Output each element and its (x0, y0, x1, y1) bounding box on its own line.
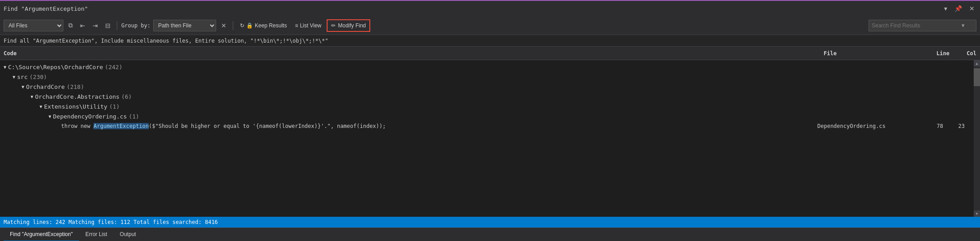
expand-all-button[interactable]: ⇥ (90, 20, 100, 31)
refresh-icon: ↻ (240, 22, 244, 29)
toolbar: All Files Current Document Current Proje… (0, 16, 980, 35)
table-row[interactable]: throw new ArgumentException($"Should be … (0, 121, 974, 131)
col-file-header: File (824, 50, 922, 57)
group-by-dropdown[interactable]: Path then File File then Path No Groupin… (153, 20, 216, 31)
modify-find-button[interactable]: ✏ Modify Find (327, 19, 370, 32)
results-container: ▼ C:\Source\Repos\OrchardCore (242) ▼ sr… (0, 60, 974, 217)
tree-root-label: C:\Source\Repos\OrchardCore (8, 64, 103, 70)
tab-output[interactable]: Output (114, 228, 142, 241)
col-col-header: Col (949, 50, 976, 57)
search-find-input[interactable] (869, 21, 959, 30)
separator-2 (233, 21, 233, 30)
scrollbar-area: ▼ C:\Source\Repos\OrchardCore (242) ▼ sr… (0, 60, 980, 217)
pencil-icon: ✏ (331, 22, 336, 29)
tree-src[interactable]: ▼ src (230) (0, 72, 974, 82)
tree-extensions-utility[interactable]: ▼ Extensions\Utility (1) (0, 101, 974, 111)
col-line-header: Line (922, 50, 949, 57)
result-col-cell: 23 (943, 123, 970, 129)
result-code-cell: throw new ArgumentException($"Should be … (4, 123, 817, 129)
tree-dependency-ordering[interactable]: ▼ DependencyOrdering.cs (1) (0, 111, 974, 121)
query-bar: Find all "ArgumentException", Include mi… (0, 35, 980, 47)
tab-error-list[interactable]: Error List (79, 228, 114, 241)
group-by-label: Group by: (121, 22, 151, 29)
clear-button[interactable]: ⊟ (103, 20, 113, 31)
tree-orchardcore-label: OrchardCore (26, 83, 65, 90)
scrollbar-up-arrow[interactable]: ▲ (974, 60, 980, 66)
tree-root[interactable]: ▼ C:\Source\Repos\OrchardCore (242) (0, 62, 974, 72)
tree-abstractions-count: (6) (121, 93, 132, 100)
list-view-button[interactable]: ≡ List View (292, 20, 324, 31)
lock-icon: 🔒 (246, 22, 253, 29)
tree-root-count: (242) (105, 64, 122, 70)
tree-extensions-count: (1) (109, 103, 120, 110)
tree-arrow-src: ▼ (13, 74, 15, 79)
tree-abstractions-label: OrchardCore.Abstractions (35, 93, 120, 100)
code-highlight: ArgumentException (93, 123, 149, 129)
main-content: All Files Current Document Current Proje… (0, 16, 980, 241)
tree-arrow-root: ▼ (4, 65, 6, 70)
bottom-tabs: Find "ArgumentException" Error List Outp… (0, 228, 980, 241)
tree-file-count: (1) (129, 113, 139, 120)
code-after: ($"Should be higher or equal to '{nameof… (149, 123, 386, 129)
col-code-header: Code (4, 50, 824, 57)
keep-results-label: Keep Results (255, 22, 287, 29)
status-text: Matching lines: 242 Matching files: 112 … (4, 219, 218, 225)
scope-dropdown[interactable]: All Files Current Document Current Proje… (4, 20, 63, 31)
right-scrollbar: ▲ ▼ (974, 60, 980, 217)
search-find-wrapper: ▾ (869, 20, 976, 31)
tree-src-count: (230) (30, 74, 47, 80)
separator-1 (117, 21, 117, 30)
tree-abstractions[interactable]: ▼ OrchardCore.Abstractions (6) (0, 92, 974, 101)
modify-find-label: Modify Find (338, 22, 366, 29)
scrollbar-down-arrow[interactable]: ▼ (974, 210, 980, 217)
close-search-button[interactable]: ✕ (219, 20, 229, 31)
status-bar: Matching lines: 242 Matching files: 112 … (0, 217, 980, 228)
dropdown-arrow-button[interactable]: ▾ (942, 4, 949, 13)
title-bar-left: Find "ArgumentException" (4, 5, 88, 12)
copy-button[interactable]: ⧉ (66, 20, 75, 31)
scrollbar-track (974, 66, 980, 210)
tree-src-label: src (17, 74, 27, 80)
tab-find-argumentexception[interactable]: Find "ArgumentException" (4, 228, 79, 241)
title-bar-controls: ▾ 📌 ✕ (942, 4, 976, 13)
pin-button[interactable]: 📌 (953, 4, 964, 13)
tree-arrow-extensions: ▼ (40, 104, 42, 109)
query-text: Find all "ArgumentException", Include mi… (4, 38, 328, 44)
tree-orchardcore-count: (218) (67, 83, 84, 90)
collapse-all-button[interactable]: ⇤ (78, 20, 88, 31)
scrollbar-thumb[interactable] (974, 68, 980, 86)
tree-extensions-label: Extensions\Utility (44, 103, 107, 110)
result-file-cell: DependencyOrdering.cs (817, 123, 916, 129)
tree-arrow-orchardcore: ▼ (22, 84, 24, 89)
close-button[interactable]: ✕ (967, 4, 976, 13)
tree-file-label: DependencyOrdering.cs (53, 113, 127, 120)
result-line-cell: 78 (916, 123, 943, 129)
title-bar-title: Find "ArgumentException" (4, 5, 88, 12)
code-before: throw new (61, 123, 93, 129)
search-find-icon-button[interactable]: ▾ (959, 21, 967, 30)
tree-arrow-abstractions: ▼ (31, 94, 33, 99)
tree-arrow-file: ▼ (49, 114, 51, 119)
tree-orchardcore[interactable]: ▼ OrchardCore (218) (0, 82, 974, 92)
results-area: ▼ C:\Source\Repos\OrchardCore (242) ▼ sr… (0, 60, 974, 217)
list-view-icon: ≡ (295, 22, 298, 29)
list-view-label: List View (300, 22, 321, 29)
column-headers: Code File Line Col (0, 47, 980, 60)
keep-results-button[interactable]: ↻ 🔒 Keep Results (237, 20, 289, 31)
title-bar: Find "ArgumentException" ▾ 📌 ✕ (0, 0, 980, 16)
